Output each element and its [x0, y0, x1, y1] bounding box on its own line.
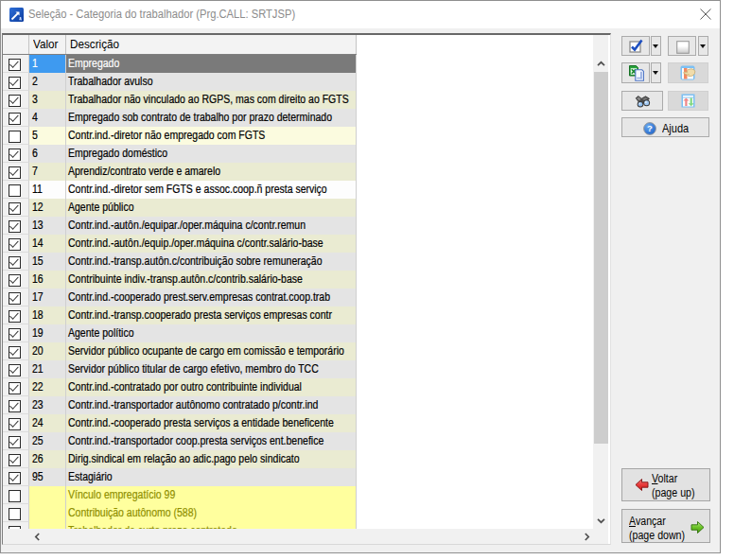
svg-text:?: ?: [647, 123, 653, 133]
